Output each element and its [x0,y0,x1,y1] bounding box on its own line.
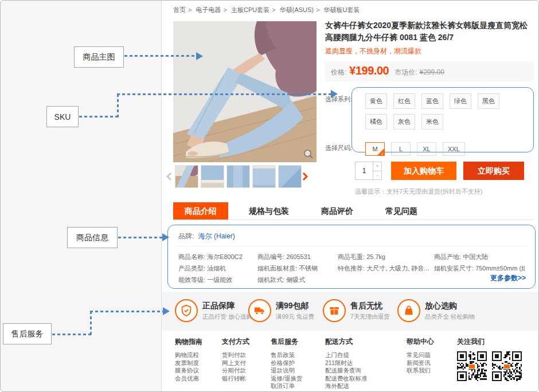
series-option[interactable]: 绿色 [450,93,471,109]
breadcrumb-item-subcategory[interactable]: 主板CPU套装 [231,6,270,13]
series-option[interactable]: 灰色 [393,114,415,130]
footer-link[interactable]: 配送服务查询 [325,367,368,375]
more-params-link[interactable]: 更多参数>> [490,273,526,283]
service-guarantee-band: 正品保障 正品行货 放心选购 满99包邮 满99元 免运费 [162,292,538,331]
product-gallery [173,21,317,188]
size-label: 选择尺码: [325,139,357,152]
footer-link[interactable]: 配送费收取标准 [325,375,368,383]
attribute: 商品产地: 中国大陆 [434,251,525,262]
attribute: 烟机款式: 侧吸式 [257,274,333,285]
footer-link[interactable]: 服务协议 [175,367,202,375]
breadcrumb-item-brand[interactable]: 华硕(ASUS) [280,6,314,13]
purchase-row: + - 加入购物车 立即购买 [355,162,534,180]
arrow-head-icon [331,90,338,98]
arrow-line [124,55,197,57]
breadcrumb-separator: > [316,6,319,13]
series-option[interactable]: 黄色 [365,93,387,109]
box-icon [323,299,346,322]
thumbs-next-button[interactable] [302,165,308,188]
shield-icon [175,299,198,322]
breadcrumb-item-current: 华硕板U套装 [324,6,360,13]
arrow-line [90,311,92,335]
breadcrumb-item-category[interactable]: 电子电器 [196,6,221,13]
sku-section: 选择系列: 黄色 红色 蓝色 绿色 黑色 橘色 灰色 米色 选择尺码: [325,91,534,157]
footer-link[interactable]: 返修/退换货 [271,375,302,383]
series-option[interactable]: 黑色 [478,93,499,109]
footer-link[interactable]: 海外配送 [325,382,368,390]
thumbnail-3[interactable] [226,165,250,188]
market-price-label: 市场价: [395,68,417,77]
add-to-cart-button[interactable]: 加入购物车 [391,162,456,180]
thumbnail-1[interactable] [175,165,198,188]
selected-check-icon: ✓ [381,152,384,156]
breadcrumb-separator: > [272,6,275,13]
footer-col-shopping-guide: 购物指南 购物流程 发票制度 服务协议 会员优惠 [175,337,202,382]
breadcrumb: 首页> 电子电器> 主板CPU套装> 华硕(ASUS)> 华硕板U套装 [173,6,360,14]
size-option[interactable]: XXL [443,142,465,156]
market-price: ¥299.00 [419,68,444,76]
size-option-selected[interactable]: M ✓ [365,142,385,156]
product-info-box: 品牌: 海尔 (Haier) 商品名称: 海尔E800C2 商品编号: 2605… [167,225,536,289]
series-option[interactable]: 橘色 [365,114,387,130]
bag-icon [397,299,420,322]
arrow-line [90,311,163,312]
quantity-increase-button[interactable]: + [373,162,381,171]
annotation-after-sales: 售后服务 [3,323,52,344]
breadcrumb-item-home[interactable]: 首页 [173,6,186,13]
price-bar: 价格: ¥199.00 市场价: ¥299.00 [325,61,534,81]
brand-link[interactable]: 海尔 (Haier) [198,232,235,240]
footer-link[interactable]: 上门自提 [325,351,368,359]
footer-link[interactable]: 退款说明 [271,367,302,375]
footer-link[interactable]: 分期付款 [222,367,249,375]
footer-link[interactable]: 211限时达 [325,359,368,367]
purchase-tip: 温馨提示：支持7天无理由退货(拆封后不支持) [355,187,534,196]
series-option[interactable]: 红色 [393,93,415,109]
thumbnail-5[interactable] [278,165,302,188]
footer-link[interactable]: 取消订单 [271,382,302,390]
tab-product-intro[interactable]: 商品介绍 [173,202,228,219]
price-label: 价格: [331,68,346,77]
magnifier-icon[interactable] [303,149,314,159]
product-main-image[interactable] [173,21,317,162]
series-option[interactable]: 米色 [421,114,443,130]
footer-link[interactable]: 银行转帐 [222,375,249,383]
footer-link[interactable]: 会员优惠 [175,375,202,383]
quantity-decrease-button[interactable]: - [373,171,381,180]
tab-faq[interactable]: 常见问题 [374,202,429,219]
thumbnail-4[interactable] [252,165,276,188]
arrow-line [79,116,118,117]
thumbnail-2[interactable] [201,165,224,188]
footer-link[interactable]: 常见问题 [407,351,434,359]
footer-link[interactable]: 购物流程 [175,351,202,359]
buy-now-button[interactable]: 立即购买 [463,162,524,180]
footer-link[interactable]: 联系我们 [407,367,434,375]
tab-reviews[interactable]: 商品评价 [310,202,365,219]
arrow-line [52,334,91,335]
attribute: 烟机面板材质: 不锈钢 [257,262,333,274]
footer-link[interactable]: 新闻资讯 [407,359,434,367]
footer-col-follow-us: 关注我们 [457,337,527,381]
truck-icon [248,299,271,322]
arrow-head-icon [162,233,169,241]
qr-code [457,351,487,381]
attribute: 烟机安装尺寸: 750mm±50mm (烟... [434,262,525,274]
footer-link[interactable]: 网上支付 [222,359,249,367]
diagram-frame: 首页> 电子电器> 主板CPU套装> 华硕(ASUS)> 华硕板U套装 [0,0,539,392]
footer-link[interactable]: 价格保护 [271,359,302,367]
series-option[interactable]: 蓝色 [421,93,443,109]
footer-col-help-center: 帮助中心 常见问题 新闻资讯 联系我们 [407,337,434,375]
footer-link[interactable]: 售后政策 [271,351,302,359]
tab-spec-packaging[interactable]: 规格与包装 [237,202,300,219]
footer-link[interactable]: 货到付款 [222,351,249,359]
footer-link[interactable]: 发票制度 [175,359,202,367]
footer-col-delivery: 配送方式 上门自提 211限时达 配送服务查询 配送费收取标准 海外配送 [325,337,368,390]
annotation-sku: SKU [46,106,79,127]
quantity-input[interactable] [356,162,373,179]
attribute: 产品类型: 油烟机 [178,262,253,274]
size-option[interactable]: XL [417,142,436,156]
size-option[interactable]: L [391,142,411,156]
thumbs-prev-button[interactable] [166,165,173,188]
annotation-main-image: 商品主图 [74,46,124,68]
product-selling-point: 遮肉显瘦，不挑身材，潮流爆款 [325,46,534,56]
service-after-sales: 售后无忧 7天无理由退货 [323,299,390,322]
